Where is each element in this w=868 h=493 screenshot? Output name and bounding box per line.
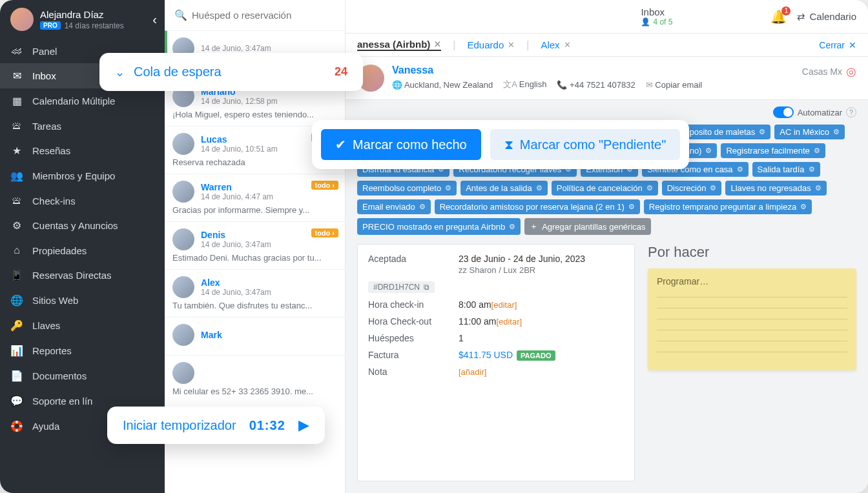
template-chip[interactable]: Email enviado⚙ <box>357 199 431 214</box>
notifications-button[interactable]: 🔔 1 <box>770 9 787 25</box>
topbar: Inbox 👤4 of 5 🔔 1 ⇄ Calendario <box>346 0 868 34</box>
gear-icon[interactable]: ⚙ <box>705 146 712 155</box>
phone-icon: 📞 <box>557 80 567 90</box>
nav-calendar[interactable]: ▦Calendario Múltiple <box>0 88 165 114</box>
mark-pending-button[interactable]: ⧗ Marcar como "Pendiente" <box>490 129 681 160</box>
nav-direct[interactable]: 📱Reservas Directas <box>0 263 165 288</box>
conversation-item[interactable]: Mark <box>165 317 345 355</box>
inbox-icon: ✉ <box>10 70 23 82</box>
profile-section[interactable]: Alejandra Díaz PRO 14 días restantes ‹ <box>0 0 165 39</box>
template-chip[interactable]: Política de cancelación⚙ <box>552 181 658 196</box>
close-icon[interactable]: ✕ <box>564 40 571 50</box>
phone-text[interactable]: 📞 +44 7521 407832 <box>557 80 635 90</box>
nav-accounts[interactable]: ⚙Cuentas y Anuncios <box>0 213 165 238</box>
timer-overlay[interactable]: Iniciar temporizador 01:32 ▶ <box>107 407 325 444</box>
gear-icon[interactable]: ⚙ <box>419 203 426 211</box>
add-template-button[interactable]: ＋Agregar plantillas genéricas <box>524 218 650 235</box>
dashboard-icon: 🏎 <box>10 45 23 57</box>
conversation-item[interactable]: Denis 14 de Junio, 3:47am Estimado Deni.… <box>165 221 345 269</box>
chevron-down-icon: ⌄ <box>115 65 125 79</box>
gear-icon[interactable]: ⚙ <box>710 184 716 192</box>
check-circle-icon: ✔ <box>335 137 346 152</box>
template-chip[interactable]: Discreción⚙ <box>662 181 722 196</box>
edit-checkin[interactable]: [editar] <box>491 300 517 310</box>
direct-icon: 📱 <box>10 269 23 281</box>
nav-checkins[interactable]: 🛎Check-ins <box>0 188 165 213</box>
conversation-item[interactable]: Alex 14 de Junio, 3:47am Tu también. Que… <box>165 269 345 317</box>
gear-icon[interactable]: ⚙ <box>759 128 765 136</box>
play-icon[interactable]: ▶ <box>298 417 309 434</box>
automate-toggle[interactable] <box>773 106 794 118</box>
template-chip[interactable]: Registrarse facilmente⚙ <box>721 143 825 158</box>
accounts-icon: ⚙ <box>10 219 23 232</box>
close-icon[interactable]: ✕ <box>508 40 515 50</box>
copy-email-button[interactable]: ✉ Copiar email <box>646 80 703 90</box>
close-all-button[interactable]: Cerrar✕ <box>819 40 856 50</box>
template-chip[interactable]: Salida tardía⚙ <box>752 162 820 177</box>
tab-vanessa[interactable]: anessa (Airbnb)✕ <box>357 39 441 51</box>
guest-header: Vanessa 🌐 Auckland, New Zealand 文A Engli… <box>346 57 868 100</box>
gear-icon[interactable]: ⚙ <box>814 146 820 155</box>
avatar <box>172 133 194 155</box>
gear-icon[interactable]: ⚙ <box>800 203 807 211</box>
invoice-link[interactable]: $411.75 USD <box>459 350 513 360</box>
template-chip[interactable]: Antes de la salida⚙ <box>460 181 548 196</box>
conv-name: Mark <box>201 330 222 340</box>
template-chip[interactable]: Llaves no regresadas⚙ <box>725 181 826 196</box>
sticky-note[interactable]: Programar… <box>648 268 856 370</box>
nav-reports[interactable]: 📊Reportes <box>0 338 165 363</box>
location-text: 🌐 Auckland, New Zealand <box>392 80 493 90</box>
tab-eduardo[interactable]: Eduardo✕ <box>468 39 515 50</box>
avatar <box>10 8 34 31</box>
template-chip[interactable]: PRECIO mostrado en pregunta Airbnb⚙ <box>357 218 521 235</box>
profile-remaining: 14 días restantes <box>65 21 124 30</box>
close-icon[interactable]: ✕ <box>434 39 441 49</box>
queue-count: 24 <box>335 65 347 79</box>
conversation-item[interactable]: Warren 14 de Junio, 4:47 am Gracias por … <box>165 174 345 221</box>
mark-done-button[interactable]: ✔ Marcar como hecho <box>321 129 481 160</box>
booking-ref[interactable]: #DRD1H7CN⧉ <box>368 281 435 293</box>
nav-websites[interactable]: 🌐Sitios Web <box>0 288 165 313</box>
nav-properties[interactable]: ⌂Propiedades <box>0 238 165 263</box>
tab-alex[interactable]: Alex✕ <box>541 39 570 50</box>
nav-keys[interactable]: 🔑Llaves <box>0 313 165 338</box>
conv-time: 14 de Junio, 4:47 am <box>201 192 273 201</box>
hourglass-icon: ⧗ <box>504 137 513 152</box>
chat-icon: 💬 <box>10 395 23 407</box>
conv-time: 14 de Junio, 10:51 am <box>201 145 278 154</box>
gear-icon[interactable]: ⚙ <box>536 184 542 192</box>
gear-icon[interactable]: ⚙ <box>445 184 451 192</box>
conv-time: 14 de Junio, 3:47am <box>201 288 271 297</box>
gear-icon[interactable]: ⚙ <box>809 165 815 174</box>
nav-tasks[interactable]: 🛎Tareas <box>0 114 165 138</box>
search-bar[interactable]: 🔍 <box>165 0 345 30</box>
guest-name[interactable]: Vanessa <box>392 65 702 76</box>
queue-dropdown[interactable]: ⌄ Cola de espera 24 <box>99 53 363 91</box>
help-icon[interactable]: ? <box>846 107 856 117</box>
template-chip[interactable]: Registro temprano preguntar a limpieza⚙ <box>644 199 812 214</box>
nav-members[interactable]: 👥Miembros y Equipo <box>0 163 165 188</box>
edit-checkout[interactable]: [editar] <box>496 317 522 327</box>
add-note[interactable]: [añadir] <box>459 367 486 377</box>
gear-icon[interactable]: ⚙ <box>509 223 515 231</box>
globe-icon: 🌐 <box>392 80 402 90</box>
collapse-sidebar-icon[interactable]: ‹ <box>152 12 157 27</box>
calendar-link[interactable]: ⇄ Calendario <box>797 11 856 23</box>
action-buttons-overlay: ✔ Marcar como hecho ⧗ Marcar como "Pendi… <box>312 120 689 169</box>
gear-icon[interactable]: ⚙ <box>815 184 822 192</box>
template-chip[interactable]: AC in México⚙ <box>774 125 845 139</box>
template-chip[interactable]: Reembolso completo⚙ <box>357 181 457 196</box>
main-panel: Inbox 👤4 of 5 🔔 1 ⇄ Calendario anessa (A… <box>346 0 868 493</box>
gear-icon[interactable]: ⚙ <box>646 184 653 192</box>
template-chip[interactable]: Recordatorio amistoso por reserva lejana… <box>435 199 640 214</box>
nav-documents[interactable]: 📄Documentos <box>0 363 165 388</box>
conversation-item[interactable]: Mi celular es 52+ 33 2365 3910. me... <box>165 355 345 403</box>
nav-reviews[interactable]: ★Reseñas <box>0 138 165 163</box>
gear-icon[interactable]: ⚙ <box>628 203 635 211</box>
search-input[interactable] <box>192 10 335 21</box>
gear-icon[interactable]: ⚙ <box>833 128 840 136</box>
listing-brand: Casas Mx ◎ <box>802 65 856 79</box>
avatar <box>172 276 194 298</box>
gear-icon[interactable]: ⚙ <box>737 165 743 174</box>
timer-time: 01:32 <box>249 418 285 433</box>
